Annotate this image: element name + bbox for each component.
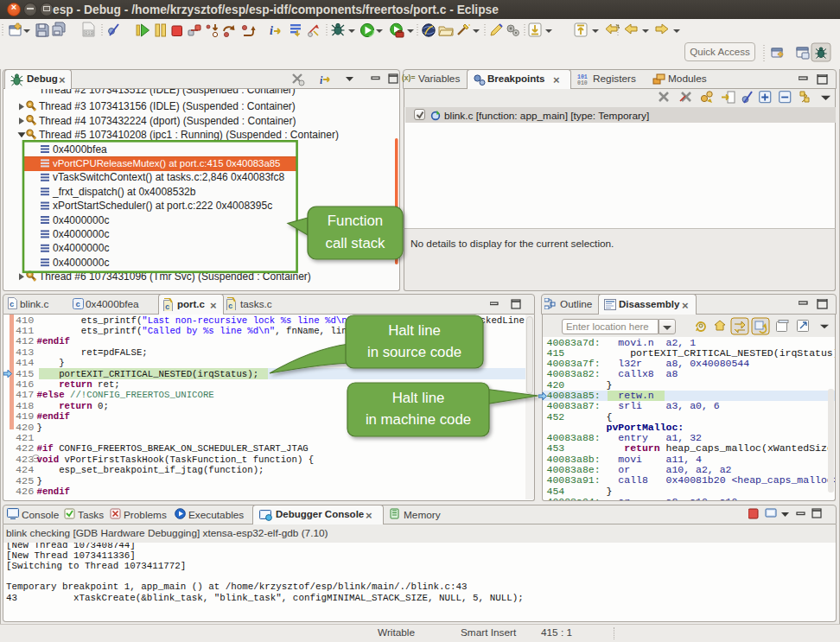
svg-text:c: c — [165, 303, 169, 311]
svg-text:c: c — [10, 301, 14, 309]
svg-text:i: i — [270, 24, 273, 37]
svg-text:i: i — [320, 74, 323, 86]
svg-text:c: c — [76, 301, 80, 309]
svg-text:010: 010 — [85, 30, 93, 36]
svg-text:101: 101 — [577, 74, 588, 80]
svg-text:010: 010 — [577, 80, 588, 86]
svg-text:c: c — [228, 302, 232, 310]
